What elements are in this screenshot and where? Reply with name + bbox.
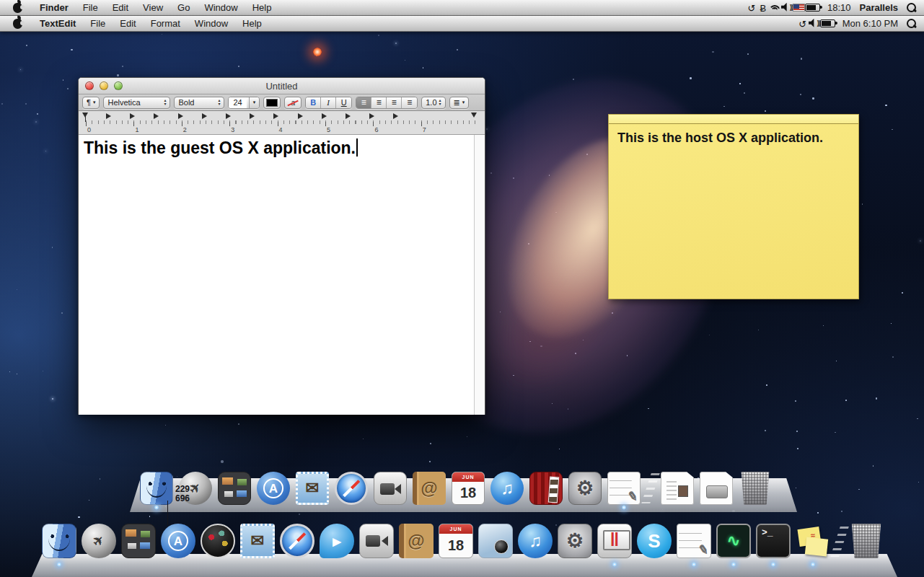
dock-item-ical[interactable]: JUN18	[439, 524, 473, 558]
document-text-area[interactable]: This is the guest OS X application.	[79, 135, 485, 415]
dock-item-parallels[interactable]: ‖	[597, 524, 632, 558]
dock-item-addressbook[interactable]: @	[413, 472, 446, 505]
volume-icon[interactable]: ))	[781, 1, 793, 14]
tab-stop-marker[interactable]	[250, 113, 255, 119]
tab-stop-marker[interactable]	[393, 113, 398, 119]
font-style-select[interactable]: Bold ▴▾	[174, 97, 224, 109]
dock-item-itunes[interactable]: ♫	[490, 472, 524, 505]
bluetooth-icon[interactable]: Ƀ	[757, 1, 769, 14]
dock-item-missioncontrol[interactable]	[121, 524, 156, 558]
terminal-icon[interactable]: >_	[756, 524, 791, 558]
line-spacing-stepper[interactable]: 1.0 ▴▾	[421, 97, 445, 109]
dock-item-safari[interactable]	[280, 524, 314, 558]
tab-stop-marker[interactable]	[273, 113, 278, 119]
tab-stop-marker[interactable]	[226, 113, 231, 119]
guest-clock[interactable]: 18:10	[826, 2, 853, 13]
ruler[interactable]: 01234567	[79, 111, 485, 135]
align-center-button[interactable]: ≡	[371, 97, 387, 108]
mail-icon[interactable]: ✉	[240, 524, 275, 558]
menu-item-help[interactable]: Help	[235, 16, 269, 31]
downloads-icon[interactable]	[700, 472, 733, 505]
finder-icon[interactable]	[140, 472, 173, 505]
sysprefs-icon[interactable]: ⚙	[558, 524, 592, 558]
dock-item-ichat[interactable]: ▶	[320, 524, 354, 558]
parallels-icon[interactable]: ‖	[597, 524, 632, 558]
sticky-note[interactable]: This is the host OS X application.	[608, 114, 859, 299]
ical-icon[interactable]: JUN18	[452, 472, 485, 505]
addressbook-icon[interactable]: @	[413, 472, 446, 505]
battery-icon[interactable]	[805, 1, 820, 14]
dock-item-downloads[interactable]	[700, 472, 733, 505]
ical-icon[interactable]: JUN18	[439, 524, 473, 558]
menu-item-view[interactable]: View	[136, 0, 170, 15]
dock-item-photobooth[interactable]	[529, 472, 563, 505]
host-app-menu[interactable]: TextEdit	[32, 16, 83, 31]
dock-item-finder[interactable]	[140, 472, 173, 505]
trash-icon[interactable]	[739, 472, 772, 505]
dock-item-missioncontrol[interactable]	[218, 472, 251, 505]
background-color-well[interactable]	[263, 97, 281, 109]
apple-menu-icon[interactable]	[13, 3, 22, 13]
appstore-icon[interactable]: A	[161, 524, 195, 558]
guest-app-menu[interactable]: Finder	[32, 0, 76, 15]
dock-item-mail[interactable]: ✉	[296, 472, 329, 505]
tab-stop-marker[interactable]	[130, 113, 135, 119]
dock-item-facetime[interactable]	[359, 524, 394, 558]
right-margin-marker[interactable]	[471, 113, 477, 118]
wifi-icon[interactable]	[769, 1, 781, 14]
menu-item-window[interactable]: Window	[197, 0, 245, 15]
ichat-icon[interactable]: ▶	[320, 524, 354, 558]
spotlight-icon[interactable]	[905, 17, 917, 30]
dock-item-textedit[interactable]: ✎	[677, 524, 711, 558]
dock-item-sysprefs[interactable]: ⚙	[558, 524, 592, 558]
mail-icon[interactable]: ✉	[296, 472, 329, 505]
textedit-icon[interactable]: ✎	[607, 472, 641, 505]
list-style-button[interactable]: ≣▾	[449, 97, 470, 109]
align-justify-button[interactable]: ≡	[402, 97, 417, 108]
dashboard-icon[interactable]	[201, 524, 235, 558]
dock-item-trash[interactable]	[739, 472, 772, 505]
menu-item-format[interactable]: Format	[144, 16, 188, 31]
photobooth-icon[interactable]	[529, 472, 563, 505]
align-right-button[interactable]: ≡	[387, 97, 402, 108]
dock-item-textedit[interactable]: ✎	[607, 472, 641, 505]
menu-item-edit[interactable]: Edit	[105, 0, 136, 15]
menu-item-file[interactable]: File	[76, 0, 105, 15]
font-family-select[interactable]: Helvetica ▴▾	[103, 97, 170, 109]
us-flag-icon[interactable]	[793, 1, 805, 14]
paragraph-styles-button[interactable]: ¶▾	[82, 97, 100, 109]
appstore-icon[interactable]: A	[257, 472, 290, 505]
tab-stop-marker[interactable]	[298, 113, 303, 119]
tab-stop-marker[interactable]	[322, 113, 327, 119]
bold-button[interactable]: B	[306, 97, 321, 108]
dock-item-itunes[interactable]: ♫	[518, 524, 553, 558]
dock-item-appstore[interactable]: A	[257, 472, 290, 505]
tab-stop-marker[interactable]	[154, 113, 159, 119]
dock-item-terminal[interactable]: >_	[756, 524, 791, 558]
safari-icon[interactable]	[280, 524, 314, 558]
skype-icon[interactable]: S	[637, 524, 672, 558]
itunes-icon[interactable]: ♫	[490, 472, 524, 505]
menu-item-edit[interactable]: Edit	[113, 16, 143, 31]
sysprefs-icon[interactable]: ⚙	[568, 472, 602, 505]
text-color-well[interactable]: a	[284, 97, 302, 109]
dock-item-facetime[interactable]	[374, 472, 407, 505]
menu-item-help[interactable]: Help	[245, 0, 279, 15]
dock-item-activitymonitor[interactable]: ∿	[716, 524, 751, 558]
underline-button[interactable]: U	[336, 97, 351, 108]
trash-icon[interactable]	[849, 524, 884, 558]
menu-item-window[interactable]: Window	[188, 16, 235, 31]
missioncontrol-icon[interactable]	[218, 472, 251, 505]
menu-item-go[interactable]: Go	[170, 0, 197, 15]
battery-icon[interactable]	[820, 17, 835, 30]
dock-item-dashboard[interactable]	[201, 524, 235, 558]
addressbook-icon[interactable]: @	[399, 524, 434, 558]
parallels-badge[interactable]: Parallels	[858, 2, 900, 13]
safari-icon[interactable]	[335, 472, 368, 505]
time-machine-icon[interactable]: ↺	[746, 1, 757, 14]
activitymonitor-icon[interactable]: ∿	[716, 524, 751, 558]
textedit-icon[interactable]: ✎	[677, 524, 711, 558]
itunes-icon[interactable]: ♫	[518, 524, 553, 558]
spotlight-icon[interactable]	[905, 1, 917, 14]
dock-item-safari[interactable]	[335, 472, 368, 505]
